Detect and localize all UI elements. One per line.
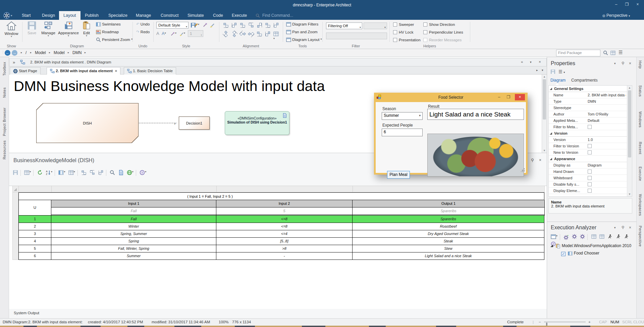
row-gutter-cell[interactable] — [12, 192, 18, 200]
properties-tab-diagram[interactable]: Diagram — [550, 78, 566, 83]
sweeper-checkbox[interactable]: Sweeper — [393, 22, 414, 27]
align-resize-width-icon[interactable] — [231, 22, 237, 28]
split-cells-icon[interactable] — [97, 169, 105, 177]
column-header-cell[interactable] — [353, 186, 545, 192]
insert-column-icon[interactable] — [80, 169, 88, 177]
input1-cell[interactable]: Winter — [51, 223, 216, 230]
find-package-input[interactable]: Find Package — [556, 50, 600, 56]
property-row[interactable]: Hand Drawn — [549, 169, 632, 175]
rail-tab-workspaces[interactable]: Workspaces — [638, 194, 642, 216]
property-row[interactable]: Filter to Meta... — [549, 124, 632, 130]
hit-policy-cell[interactable]: U — [18, 200, 51, 216]
table-layout-icon[interactable]: ▾ — [57, 169, 66, 177]
plan-meal-button[interactable]: Plan Meal — [387, 171, 410, 179]
input1-cell[interactable]: Fall, Winter, Spring — [51, 245, 216, 252]
scroll-up-icon[interactable]: ▲ — [627, 86, 632, 89]
expected-people-input[interactable]: 6 — [382, 129, 423, 136]
appearance-button[interactable]: Appearance▾ — [58, 21, 79, 37]
property-row[interactable]: Stereotype — [549, 105, 632, 111]
section-general-settings[interactable]: General Settings — [549, 86, 632, 92]
collapse-chevrons-icon[interactable]: « — [521, 60, 523, 64]
breadcrumb-root[interactable]: / — [25, 50, 26, 55]
checkbox-icon[interactable] — [588, 144, 592, 148]
style-combobox[interactable]: Default Style▾ — [156, 22, 189, 29]
space-evenly-h-icon[interactable] — [257, 31, 262, 37]
zoom-in-icon[interactable]: + — [588, 320, 591, 324]
dialog-minimize-icon[interactable]: – — [495, 94, 503, 100]
save-icon[interactable] — [12, 169, 19, 177]
hamburger-menu-icon[interactable]: ☰ ▾ — [558, 69, 565, 74]
scrollbar-thumb[interactable] — [543, 79, 546, 120]
align-center-v-icon[interactable] — [257, 22, 262, 28]
ribbon-tab-execute[interactable]: Execute — [227, 11, 251, 20]
row-number-cell[interactable]: 6 — [18, 252, 51, 260]
input1-cell[interactable]: Spring, Summer — [51, 230, 216, 238]
input2-cell[interactable]: [5..8] — [216, 238, 353, 245]
check-table-icon[interactable] — [117, 169, 125, 177]
presentation-checkbox[interactable]: Presentation — [393, 38, 421, 42]
checked-checkbox-icon[interactable]: ✓ — [561, 252, 566, 256]
open-script-icon[interactable] — [579, 233, 586, 241]
align-center-h-icon[interactable] — [248, 22, 254, 28]
headline-row[interactable]: ( Input 1 = Fall, Input 2 = 5 ) — [18, 192, 544, 200]
browser-layout-icon[interactable] — [610, 50, 615, 55]
canvas-vertical-scrollbar[interactable]: ▲ ▼ — [542, 75, 547, 153]
caption-menu-icon[interactable]: ▾ — [530, 60, 532, 64]
analyzer-scripts-icon[interactable]: ▾ — [550, 233, 558, 241]
bkm-shape-dish[interactable]: DISH — [36, 103, 139, 143]
window-button[interactable]: Window▾ — [3, 21, 19, 38]
rail-tab-perspective[interactable]: Perspective — [638, 226, 642, 247]
input2-cell[interactable]: <=4 — [216, 230, 353, 238]
find-command-input[interactable]: Find Command... — [262, 11, 293, 20]
rail-tab-recent[interactable]: Recent — [638, 142, 642, 154]
sort-icon[interactable]: ▾ — [45, 169, 53, 177]
decision-shape-decision1[interactable]: Decision1 — [179, 116, 210, 130]
row-number-cell[interactable]: 1 — [18, 216, 51, 223]
align-resize-height-icon[interactable] — [223, 22, 229, 28]
diagram-layout-button[interactable]: Diagram Layout ▾ — [286, 37, 322, 42]
property-row[interactable]: Display asDiagram — [549, 162, 632, 169]
build-icon[interactable] — [590, 233, 597, 241]
perspective-menu[interactable]: ◎ Perspective ▾ — [602, 13, 630, 18]
scroll-down-icon[interactable]: ▼ — [542, 149, 547, 152]
diagram-title-text[interactable]: DMN Business Knowledge Model with input … — [14, 78, 325, 94]
property-row[interactable]: AuthorTom O'Reilly — [549, 111, 632, 118]
zoom-slider[interactable] — [544, 322, 586, 322]
run-icon[interactable] — [606, 233, 613, 241]
close-tab-icon[interactable]: × — [115, 69, 117, 73]
hamburger-menu-icon[interactable]: ☰ — [619, 50, 623, 55]
ribbon-tab-design[interactable]: Design — [38, 11, 59, 20]
resize-grip[interactable] — [521, 168, 525, 172]
rail-tab-execute[interactable]: Execute — [638, 167, 642, 181]
tab-basic-decision-table[interactable]: 1. Basic Decision Table — [124, 67, 176, 75]
property-row[interactable]: Whiteboard — [549, 175, 632, 181]
style-dropper-icon[interactable] — [203, 22, 208, 28]
expand-chevrons-icon[interactable]: » — [13, 60, 15, 65]
rail-tab-windows[interactable]: Windows — [638, 111, 642, 128]
rail-tab-notes[interactable]: Notes — [2, 87, 6, 98]
caption-close-icon[interactable]: × — [539, 60, 541, 64]
property-row[interactable]: Filter to Version — [549, 143, 632, 149]
table-row[interactable]: 1 Fall <=8 Spareribs — [18, 216, 544, 223]
maximize-window-icon[interactable]: ❐ — [623, 1, 631, 7]
table-row[interactable]: 5 Fall, Winter, Spring >8 Stew — [18, 245, 544, 252]
zoom-out-icon[interactable]: − — [539, 320, 541, 324]
simulate-icon[interactable]: ▾ — [126, 169, 135, 177]
hv-lock-checkbox[interactable]: HV Lock — [393, 30, 413, 34]
ribbon-tab-construct[interactable]: Construct — [156, 11, 183, 20]
close-window-icon[interactable]: × — [633, 1, 642, 7]
find-package-search-icon[interactable] — [603, 50, 608, 55]
row-gutter-cell[interactable] — [12, 215, 18, 223]
align-bottom-icon[interactable] — [248, 31, 254, 37]
input1-cell[interactable]: Fall — [51, 216, 216, 223]
rail-tab-status[interactable]: Status — [638, 85, 642, 97]
ribbon-tab-specialize[interactable]: Specialize — [104, 11, 132, 20]
input1-cell[interactable]: Summer — [51, 252, 216, 260]
ribbon-tab-code[interactable]: Code — [209, 11, 227, 20]
edit-script-icon[interactable] — [571, 233, 578, 241]
refresh-icon[interactable] — [36, 169, 44, 177]
system-output-tab[interactable]: System Output — [14, 311, 39, 315]
breadcrumb-dmn[interactable]: DMN — [72, 50, 82, 55]
season-combobox[interactable]: Summer ▾ — [382, 112, 423, 120]
column-header-cell[interactable] — [51, 186, 217, 192]
